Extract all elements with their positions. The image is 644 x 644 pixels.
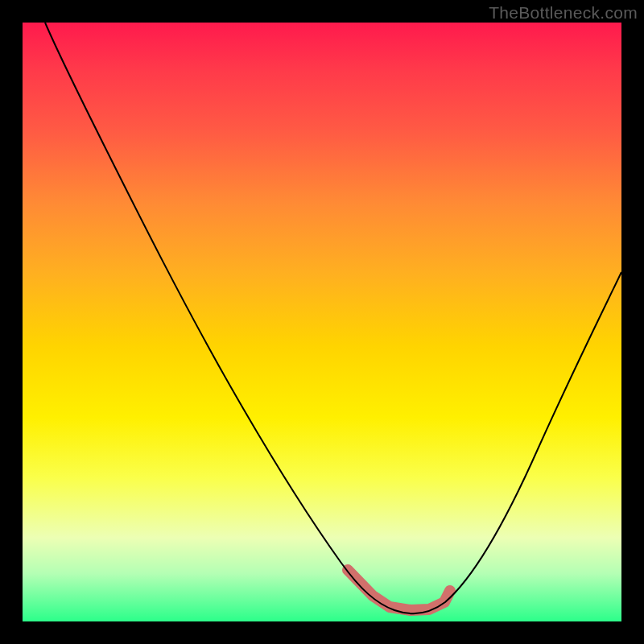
plot-area: [23, 23, 621, 621]
bottleneck-curve: [45, 23, 621, 613]
chart-frame: TheBottleneck.com: [0, 0, 644, 644]
watermark-text: TheBottleneck.com: [489, 3, 638, 23]
chart-svg: [23, 23, 621, 621]
